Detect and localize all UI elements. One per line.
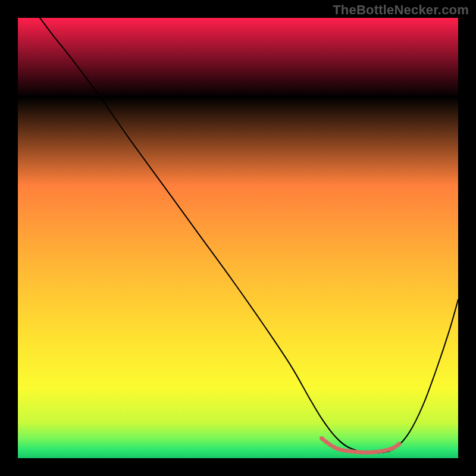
- series-optimal-band: [322, 439, 401, 453]
- watermark-text: TheBottleNecker.com: [333, 2, 469, 18]
- chart-stage: TheBottleNecker.com: [0, 0, 476, 476]
- curve-layer: [18, 18, 458, 458]
- plot-area: [18, 18, 458, 458]
- series-bottleneck-curve: [40, 18, 458, 453]
